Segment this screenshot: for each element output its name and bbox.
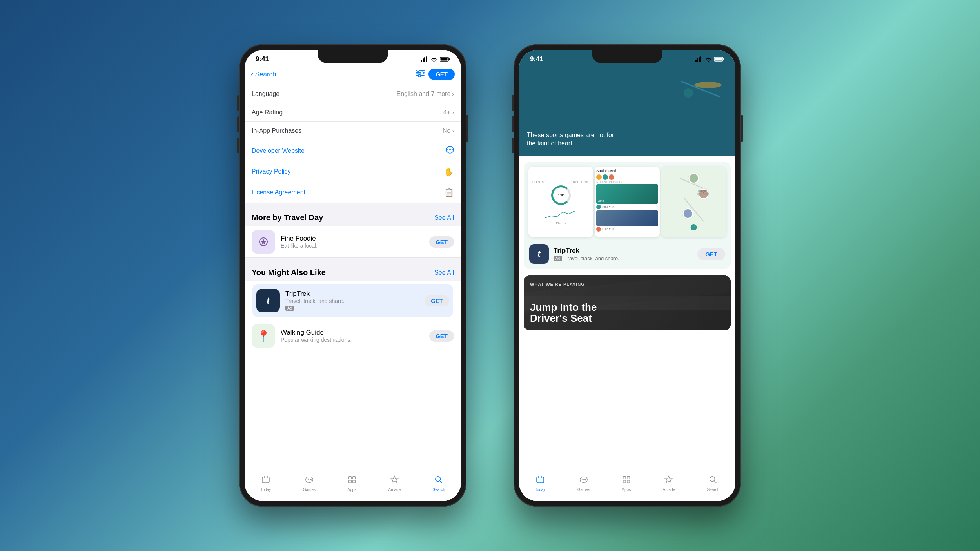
- svg-rect-21: [262, 477, 269, 483]
- language-value: English and 7 more ›: [396, 91, 454, 98]
- map-svg: 📍 Shanghai 06/15-06/24: [661, 167, 726, 237]
- app-showcase-card: POINTS ABOUT ME 13k Photos: [524, 162, 731, 269]
- tab-search[interactable]: Search: [433, 475, 445, 492]
- svg-point-27: [311, 480, 312, 480]
- sf-header: Social Feed: [596, 168, 658, 174]
- phone2-screen: 9:41: [519, 50, 735, 501]
- tab2-arcade-label: Arcade: [663, 488, 675, 492]
- sports-card-text: These sports games are not for the faint…: [527, 131, 614, 148]
- wwp-title-line2: Driver's Seat: [530, 313, 597, 324]
- map-mock: 📍 Shanghai 06/15-06/24: [661, 167, 726, 237]
- walking-guide-item: 📍 Walking Guide Popular walking destinat…: [245, 320, 461, 352]
- svg-point-52: [683, 209, 692, 218]
- svg-point-11: [421, 72, 423, 74]
- svg-rect-2: [424, 57, 425, 62]
- tab2-today-label: Today: [535, 488, 546, 492]
- sf-post-2: [596, 210, 658, 226]
- filter-icon[interactable]: [416, 70, 425, 79]
- privacy-policy-row[interactable]: Privacy Policy ✋: [245, 161, 461, 182]
- back-button[interactable]: ‹ Search: [251, 70, 276, 79]
- showcase-get-button[interactable]: GET: [697, 248, 725, 260]
- power-button-2: [741, 115, 743, 142]
- more-by-header: More by Travel Day See All: [245, 206, 461, 226]
- fine-foodie-icon: [252, 230, 275, 254]
- tab-today[interactable]: Today: [261, 475, 271, 492]
- tab-arcade-label: Arcade: [388, 488, 401, 492]
- svg-text:📍: 📍: [692, 225, 696, 229]
- social-feed-mock: Social Feed RECENT POPULAR: [595, 167, 659, 237]
- triptrek-showcase-icon: t: [529, 244, 549, 264]
- tab2-today[interactable]: Today: [535, 475, 546, 492]
- in-app-purchases-row[interactable]: In-App Purchases No ›: [245, 122, 461, 140]
- more-by-title: More by Travel Day: [252, 213, 323, 222]
- tab-arcade[interactable]: Arcade: [388, 475, 401, 492]
- sf-post-1: Jane: [596, 184, 658, 204]
- also-like-section: You Might Also Like See All t TripTrek: [245, 258, 461, 352]
- license-agreement-label: License Agreement: [252, 189, 305, 196]
- svg-point-10: [417, 70, 419, 71]
- svg-point-65: [585, 479, 586, 480]
- svg-point-48: [689, 174, 698, 183]
- tab2-arcade[interactable]: Arcade: [663, 475, 675, 492]
- triptrek-info: TripTrek Travel, track, and share. Ad: [285, 290, 419, 311]
- svg-point-26: [310, 479, 311, 480]
- search-icon-2: [709, 475, 717, 486]
- svg-rect-36: [699, 57, 700, 62]
- svg-rect-35: [697, 58, 698, 62]
- age-rating-row[interactable]: Age Rating 4+ ›: [245, 103, 461, 122]
- social-screenshot: Social Feed RECENT POPULAR: [595, 167, 659, 237]
- walking-guide-name: Walking Guide: [281, 329, 424, 337]
- language-text: English and 7 more: [396, 91, 450, 98]
- tab-search-label: Search: [433, 488, 445, 492]
- notch-2: [592, 50, 662, 63]
- get-button-nav[interactable]: GET: [428, 69, 455, 80]
- document-icon: 📋: [444, 188, 454, 197]
- tab2-search-label: Search: [707, 488, 720, 492]
- volume-buttons: [237, 95, 239, 159]
- triptrek-icon: t: [256, 289, 280, 312]
- tab-games-label: Games: [303, 488, 316, 492]
- games-icon-2: [579, 475, 588, 486]
- status-icons: [421, 56, 450, 62]
- stats-circle: 13k: [551, 185, 571, 205]
- wwp-title-line1: Jump Into the: [530, 302, 597, 313]
- tab-apps[interactable]: Apps: [347, 475, 356, 492]
- more-by-see-all[interactable]: See All: [434, 214, 454, 221]
- tab2-search[interactable]: Search: [707, 475, 720, 492]
- fine-foodie-get-button[interactable]: GET: [429, 236, 454, 248]
- what-were-playing-card: WHAT WE'RE PLAYING Jump Into the Driver'…: [524, 276, 731, 330]
- svg-point-14: [449, 149, 451, 150]
- today-icon-2: [536, 475, 544, 486]
- more-by-app-list: Fine Foodie Eat like a local. GET: [245, 226, 461, 258]
- svg-rect-5: [449, 58, 450, 60]
- svg-rect-70: [627, 480, 630, 482]
- chevron-icon: ›: [452, 109, 454, 116]
- search-icon: [434, 475, 443, 486]
- fine-foodie-desc: Eat like a local.: [281, 243, 424, 249]
- tab2-games[interactable]: Games: [577, 475, 590, 492]
- nav-bar: ‹ Search GET: [245, 65, 461, 85]
- triptrek-desc-row: Travel, track, and share.: [285, 298, 419, 304]
- chevron-icon: ›: [452, 91, 454, 97]
- license-agreement-row[interactable]: License Agreement 📋: [245, 182, 461, 203]
- showcase-app-badges: Ad Travel, track, and share.: [554, 256, 693, 261]
- tab2-apps[interactable]: Apps: [622, 475, 631, 492]
- developer-website-row[interactable]: Developer Website: [245, 140, 461, 161]
- triptrek-get-button[interactable]: GET: [425, 295, 449, 306]
- svg-line-72: [715, 481, 717, 483]
- language-row[interactable]: Language English and 7 more ›: [245, 85, 461, 103]
- svg-text:06/15-06/24: 06/15-06/24: [696, 193, 709, 195]
- also-like-see-all[interactable]: See All: [434, 269, 454, 276]
- walking-guide-get-button[interactable]: GET: [429, 330, 454, 342]
- info-section: Language English and 7 more › Age Rating…: [245, 85, 461, 203]
- showcase-app-desc: Travel, track, and share.: [564, 256, 619, 261]
- stats-mock: POINTS ABOUT ME 13k Photos: [528, 167, 593, 237]
- in-app-purchases-text: No: [443, 127, 450, 134]
- tab-games[interactable]: Games: [303, 475, 316, 492]
- power-button: [466, 115, 468, 142]
- back-label: Search: [255, 71, 276, 78]
- sf-tabs: RECENT POPULAR: [596, 181, 658, 183]
- svg-line-33: [440, 481, 442, 483]
- triptrek-ad-badge: Ad: [285, 306, 294, 311]
- svg-rect-67: [623, 476, 626, 478]
